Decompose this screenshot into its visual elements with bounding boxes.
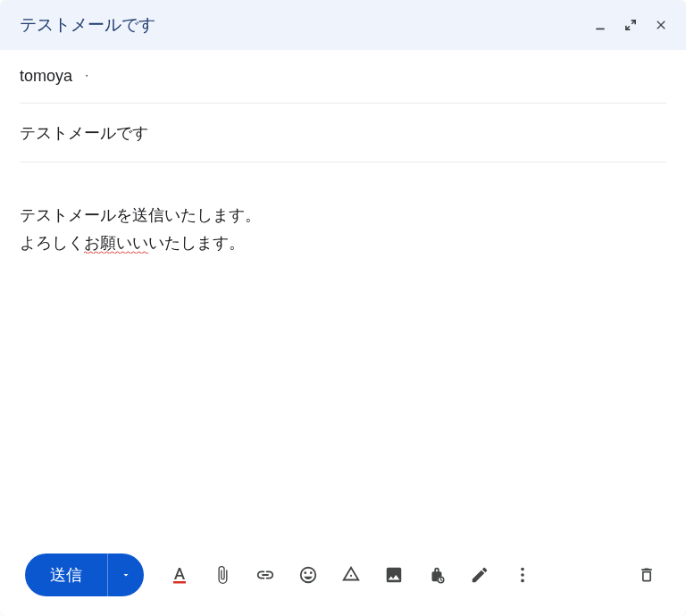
header-actions xyxy=(591,16,670,34)
compose-title: テストメールです xyxy=(20,13,591,37)
svg-point-7 xyxy=(521,579,524,583)
recipient-separator: ・ xyxy=(81,69,92,84)
subject-field[interactable]: テストメールです xyxy=(20,104,666,162)
send-button-group: 送信 xyxy=(25,554,144,596)
signature-icon[interactable] xyxy=(460,555,499,595)
spellcheck-underline: お願いい xyxy=(84,234,148,254)
svg-point-5 xyxy=(521,568,524,571)
svg-point-6 xyxy=(521,573,524,577)
discard-draft-icon[interactable] xyxy=(627,555,666,595)
body-line-2-pre: よろしく xyxy=(20,234,84,252)
svg-rect-0 xyxy=(596,29,604,30)
compose-window: テストメールです tomoya ・ テストメールです テストメールを送信いたしま… xyxy=(0,0,686,616)
send-button[interactable]: 送信 xyxy=(25,554,107,596)
to-field[interactable]: tomoya ・ xyxy=(20,50,666,104)
send-options-button[interactable] xyxy=(107,554,144,596)
compose-header: テストメールです xyxy=(0,0,686,50)
recipient-chip[interactable]: tomoya xyxy=(20,67,72,86)
confidential-mode-icon[interactable] xyxy=(417,555,456,595)
close-icon[interactable] xyxy=(652,16,670,34)
minimize-icon[interactable] xyxy=(591,16,609,34)
insert-link-icon[interactable] xyxy=(246,555,285,595)
body-line-2: よろしくお願いいいたします。 xyxy=(20,229,666,257)
compose-footer: 送信 xyxy=(0,537,686,616)
body-line-1: テストメールを送信いたします。 xyxy=(20,202,666,229)
compose-fields: tomoya ・ テストメールです xyxy=(0,50,686,162)
text-format-icon[interactable] xyxy=(160,555,199,595)
svg-point-2 xyxy=(350,575,352,577)
svg-rect-1 xyxy=(173,581,186,584)
expand-icon[interactable] xyxy=(622,16,640,34)
body-line-2-post: いたします。 xyxy=(148,234,245,252)
more-options-icon[interactable] xyxy=(503,555,542,595)
attach-file-icon[interactable] xyxy=(203,555,242,595)
insert-photo-icon[interactable] xyxy=(374,555,414,595)
emoji-icon[interactable] xyxy=(289,555,328,595)
message-body[interactable]: テストメールを送信いたします。 よろしくお願いいいたします。 xyxy=(0,162,686,537)
chevron-down-icon xyxy=(121,570,131,580)
drive-icon[interactable] xyxy=(331,555,371,595)
subject-text: テストメールです xyxy=(20,122,148,144)
